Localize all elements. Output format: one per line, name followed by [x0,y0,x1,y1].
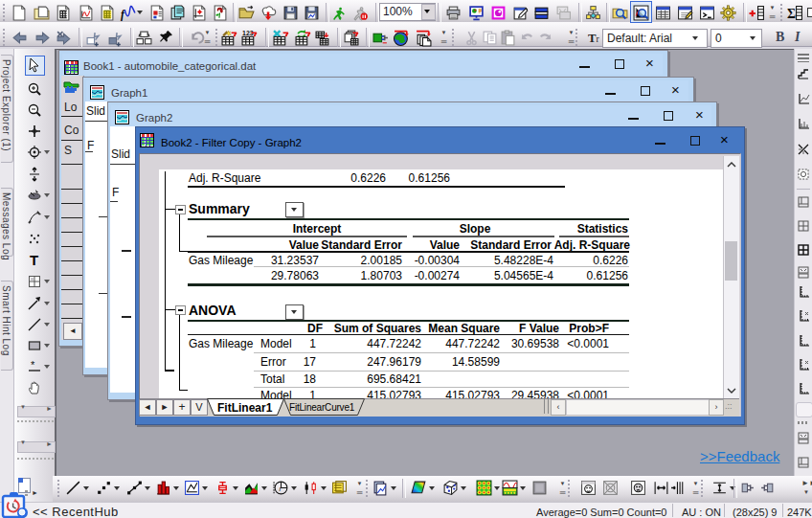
svg-text:T: T [30,252,38,268]
svg-text:Σ: Σ [787,7,796,21]
svg-text:*: * [31,359,35,371]
svg-text:r: r [597,34,600,44]
